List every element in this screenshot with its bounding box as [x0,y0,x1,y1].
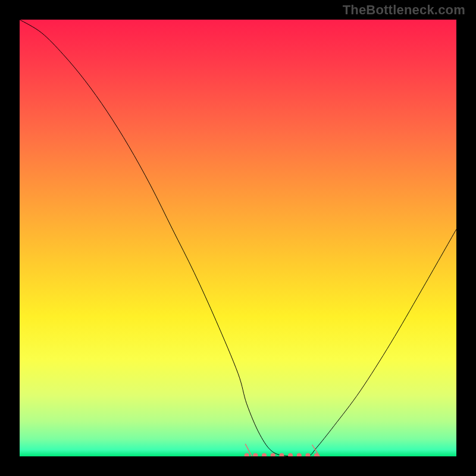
svg-point-7 [279,453,284,456]
svg-point-5 [262,453,267,456]
plot-area [20,20,456,456]
watermark-text: TheBottleneck.com [343,2,465,18]
svg-point-10 [305,453,310,456]
bottleneck-curve [20,20,456,456]
svg-point-8 [288,453,293,456]
svg-point-6 [271,453,275,456]
svg-point-3 [245,453,249,456]
chart-frame: TheBottleneck.com [0,0,476,476]
svg-point-4 [253,453,258,456]
svg-point-9 [297,453,302,456]
